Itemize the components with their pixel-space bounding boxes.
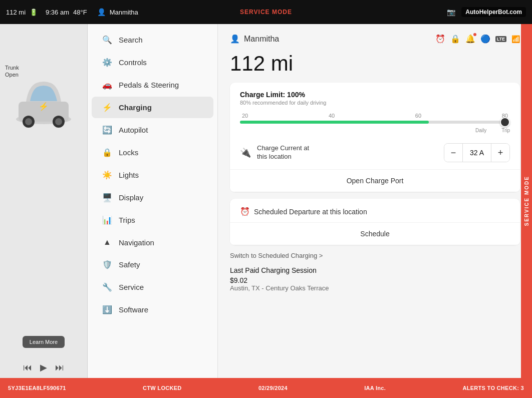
open-charge-port-button[interactable]: Open Charge Port [230, 169, 520, 192]
charge-slider-track[interactable] [240, 121, 510, 124]
sidebar-item-safety[interactable]: 🛡️ Safety [92, 254, 213, 275]
top-bar-right: 📷 AutoHelperBot.com [447, 7, 526, 17]
sidebar-item-display[interactable]: 🖥️ Display [92, 187, 213, 208]
clock-icon: ⏰ [240, 207, 250, 216]
sidebar-item-locks[interactable]: 🔒 Locks [92, 142, 213, 163]
sidebar-item-charging[interactable]: ⚡ Charging [92, 97, 213, 118]
content-username: Manmitha [244, 35, 279, 44]
sidebar-item-lights[interactable]: ☀️ Lights [92, 164, 213, 186]
top-bar-left: 112 mi 🔋 9:36 am 48°F 👤 Manmitha [6, 8, 447, 16]
signal-icon: 📶 [511, 35, 520, 43]
username-top: Manmitha [110, 9, 138, 16]
battery-icon: 🔋 [30, 9, 38, 16]
bottom-bar: 5YJ3E1EA8LF590671 CTW LOCKED 02/29/2024 … [0, 378, 532, 398]
display-icon: 🖥️ [102, 193, 113, 202]
sidebar: 🔍 Search ⚙️ Controls 🚗 Pedals & Steering… [88, 24, 218, 378]
sidebar-item-search[interactable]: 🔍 Search [92, 29, 213, 51]
sidebar-item-controls[interactable]: ⚙️ Controls [92, 52, 213, 73]
trunk-status: Trunk Open [5, 64, 19, 79]
sidebar-pedals-label: Pedals & Steering [119, 81, 179, 89]
daily-label: Daily [475, 128, 486, 133]
lte-badge: LTE [495, 36, 506, 42]
amperage-control: − 32 A + [444, 143, 510, 162]
skip-back-icon[interactable]: ⏮ [23, 362, 32, 373]
alerts-display: ALERTS TO CHECK: 3 [462, 385, 524, 391]
last-paid-title: Last Paid Charging Session [230, 266, 520, 274]
last-paid-amount: $9.02 [230, 276, 520, 284]
last-paid-section: Last Paid Charging Session $9.02 Austin,… [230, 266, 520, 292]
sidebar-display-label: Display [119, 193, 143, 202]
learn-more-button[interactable]: Learn More [23, 336, 65, 348]
mileage-display: 112 mi [230, 52, 520, 76]
daily-trip-labels: Daily Trip [240, 128, 510, 133]
scheduled-departure-row: ⏰ Scheduled Departure at this location [240, 207, 510, 216]
sidebar-item-pedals[interactable]: 🚗 Pedals & Steering [92, 74, 213, 96]
charge-current-row: 🔌 Charge Current atthis location − 32 A … [240, 143, 510, 162]
service-mode-strip: SERVICE MODE [521, 24, 532, 378]
trunk-state: Open [5, 71, 19, 78]
sidebar-item-trips[interactable]: 📊 Trips [92, 209, 213, 231]
service-mode-label: SERVICE MODE [524, 176, 529, 226]
sidebar-item-service[interactable]: 🔧 Service [92, 276, 213, 298]
alarm-icon: ⏰ [435, 34, 445, 44]
service-mode-top-label: SERVICE MODE [240, 9, 292, 16]
switch-scheduled-link[interactable]: Switch to Scheduled Charging > [230, 252, 520, 259]
main-container: Trunk Open ⚡ Learn More [0, 24, 532, 378]
temperature-display: 48°F [73, 9, 87, 16]
content-area: 👤 Manmitha ⏰ 🔒 🔔 🔵 LTE 📶 112 mi Charge L… [218, 24, 532, 378]
amp-decrease-button[interactable]: − [444, 144, 462, 162]
top-bar: 112 mi 🔋 9:36 am 48°F 👤 Manmitha SERVICE… [0, 0, 532, 24]
car-panel: Trunk Open ⚡ Learn More [0, 24, 88, 378]
mileage-display: 112 mi [6, 9, 26, 16]
car-illustration: ⚡ [11, 59, 76, 161]
slider-fill [240, 121, 429, 124]
software-icon: ⬇️ [102, 305, 113, 314]
trips-icon: 📊 [102, 215, 113, 225]
skip-forward-icon[interactable]: ⏭ [55, 362, 64, 373]
slider-thumb[interactable] [500, 117, 510, 127]
bluetooth-icon: 🔵 [480, 34, 490, 44]
status-icons: ⏰ 🔒 🔔 🔵 LTE 📶 [435, 34, 520, 44]
last-paid-location: Austin, TX - Century Oaks Terrace [230, 284, 520, 292]
bell-wrapper: 🔔 [465, 34, 475, 44]
sidebar-charging-label: Charging [119, 103, 152, 112]
sidebar-lights-label: Lights [119, 171, 139, 179]
sidebar-item-autopilot[interactable]: 🔄 Autopilot [92, 119, 213, 141]
autopilot-icon: 🔄 [102, 125, 113, 135]
slider-label-20: 20 [242, 113, 248, 119]
time-display: 9:36 am [46, 9, 69, 16]
svg-point-3 [25, 118, 32, 125]
sidebar-locks-label: Locks [119, 148, 138, 157]
sidebar-item-navigation[interactable]: ▲ Navigation [92, 232, 213, 253]
svg-text:⚡: ⚡ [39, 102, 49, 111]
autohelper-logo: AutoHelperBot.com [461, 7, 526, 17]
sidebar-item-software[interactable]: ⬇️ Software [92, 299, 213, 320]
sidebar-controls-label: Controls [119, 58, 147, 67]
scheduled-departure-card: ⏰ Scheduled Departure at this location S… [230, 199, 520, 245]
charge-slider-container: 20 40 60 80 Daily Trip [240, 113, 510, 133]
sidebar-service-label: Service [119, 283, 144, 291]
user-row: 👤 Manmitha [230, 34, 279, 44]
vin-display: 5YJ3E1EA8LF590671 [8, 385, 66, 391]
amp-value-display: 32 A [462, 144, 491, 162]
camera-icon: 📷 [447, 8, 455, 16]
playback-controls: ⏮ ▶ ⏭ [23, 362, 64, 373]
content-header: 👤 Manmitha ⏰ 🔒 🔔 🔵 LTE 📶 [230, 34, 520, 44]
schedule-button[interactable]: Schedule [230, 222, 520, 245]
amp-increase-button[interactable]: + [491, 144, 509, 162]
charge-current-label: Charge Current atthis location [257, 144, 438, 161]
charge-limit-title: Charge Limit: 100% [240, 91, 510, 99]
date-display: 02/29/2024 [258, 385, 288, 391]
play-icon[interactable]: ▶ [40, 362, 47, 373]
sidebar-safety-label: Safety [119, 260, 140, 269]
slider-label-40: 40 [329, 113, 335, 119]
scheduled-departure-label: Scheduled Departure at this location [254, 208, 367, 216]
controls-icon: ⚙️ [102, 58, 113, 67]
navigation-icon: ▲ [102, 238, 113, 247]
notification-dot [473, 33, 476, 36]
charge-plug-icon: 🔌 [240, 147, 251, 158]
charging-icon: ⚡ [102, 103, 113, 112]
slider-label-60: 60 [415, 113, 421, 119]
sidebar-autopilot-label: Autopilot [119, 126, 148, 134]
charge-limit-subtitle: 80% recommended for daily driving [240, 100, 510, 106]
